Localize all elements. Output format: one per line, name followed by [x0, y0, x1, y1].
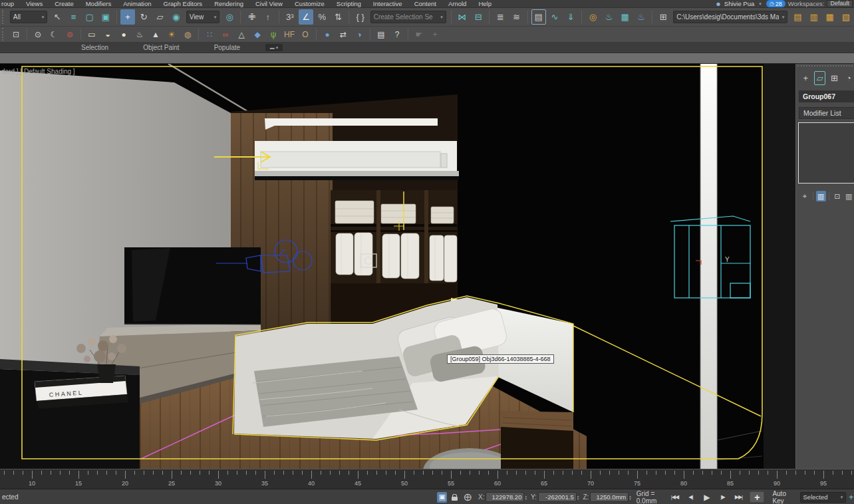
select-object-icon[interactable]: ↖: [50, 9, 65, 25]
menu-help[interactable]: Help: [472, 0, 498, 8]
keyboard-shortcut-override-icon[interactable]: ↑: [261, 9, 275, 25]
project-tool-4-icon[interactable]: ▧: [839, 9, 853, 25]
document-icon[interactable]: ▤: [374, 28, 388, 41]
sun-light-icon[interactable]: ☀: [164, 28, 179, 41]
menu-create[interactable]: Create: [49, 0, 80, 8]
window-crossing-icon[interactable]: ▣: [98, 9, 113, 25]
render-sphere-icon[interactable]: ◑: [352, 28, 366, 41]
absolute-offset-toggle[interactable]: ⨁: [463, 492, 473, 503]
percent-snap-icon[interactable]: %: [315, 9, 329, 25]
select-and-place-icon[interactable]: ◉: [168, 9, 183, 25]
y-coordinate-field[interactable]: -262001.5: [538, 492, 577, 502]
project-tool-1-icon[interactable]: ▤: [790, 9, 805, 25]
user-menu-arrow-icon[interactable]: ▾: [757, 1, 764, 7]
camera-small-icon[interactable]: ⊡: [9, 28, 23, 41]
noise-sphere-icon[interactable]: O: [298, 28, 313, 41]
ribbon-tab-object-paint[interactable]: Object Paint: [126, 44, 196, 51]
edit-named-selection-sets-icon[interactable]: { }: [353, 9, 367, 25]
pin-stack-icon[interactable]: ⌖: [799, 191, 810, 201]
signed-in-user[interactable]: Shivie Pua: [724, 0, 754, 7]
isolate-selection-toggle[interactable]: ▣: [437, 492, 447, 503]
add-icon[interactable]: +: [849, 493, 854, 502]
scene-bench[interactable]: [501, 411, 573, 469]
quad-light-icon[interactable]: ▭: [84, 28, 99, 41]
menu-animation[interactable]: Animation: [117, 0, 157, 8]
grass-icon[interactable]: ψ: [266, 28, 281, 41]
auto-key-button[interactable]: Auto Key: [768, 490, 797, 504]
spinner-snap-icon[interactable]: ⇅: [331, 9, 345, 25]
snaps-toggle-3d-icon[interactable]: 3³: [283, 9, 297, 25]
toolbar-grip[interactable]: [2, 10, 6, 25]
modifier-stack[interactable]: [798, 122, 854, 184]
configure-modifier-sets-icon[interactable]: ▥: [844, 191, 854, 201]
project-tool-3-icon[interactable]: ▦: [823, 9, 837, 25]
play-button[interactable]: ▶: [699, 492, 714, 503]
rendered-frame-window-icon[interactable]: ▦: [618, 9, 633, 25]
next-frame-button[interactable]: |▶: [715, 492, 730, 503]
toolbar-grip[interactable]: [2, 28, 6, 40]
convert-materials-icon[interactable]: ⇄: [336, 28, 351, 41]
previous-frame-button[interactable]: ◀|: [683, 492, 698, 503]
select-and-move-icon[interactable]: +: [120, 9, 135, 25]
layer-explorer-icon[interactable]: ≋: [509, 9, 523, 25]
project-tool-2-icon[interactable]: ▥: [806, 9, 821, 25]
set-keys-button[interactable]: +: [750, 491, 764, 503]
menu-content[interactable]: Content: [408, 0, 442, 8]
go-to-start-button[interactable]: |◀◀: [667, 492, 682, 503]
curve-editor-icon[interactable]: ∿: [547, 9, 562, 25]
object-name-field[interactable]: Group067: [799, 90, 854, 102]
distant-light-icon[interactable]: ▲: [148, 28, 163, 41]
mirror-icon[interactable]: ⋈: [455, 9, 470, 25]
project-folder-dropdown[interactable]: C:\Users\desig\Documents\3ds Max 2020▾: [673, 11, 787, 23]
ribbon-collapse-button[interactable]: ▬ ▾: [265, 44, 283, 51]
schematic-view-icon[interactable]: ⇓: [563, 9, 578, 25]
target-camera-icon[interactable]: ⊚: [63, 28, 77, 41]
z-spinner[interactable]: ▴▾: [629, 495, 631, 500]
menu-rendering[interactable]: Rendering: [208, 0, 249, 8]
physical-camera-icon[interactable]: ⊙: [31, 28, 45, 41]
menu-modifiers[interactable]: Modifiers: [80, 0, 118, 8]
physics-spheres-icon[interactable]: ∞: [218, 28, 233, 41]
notification-badge[interactable]: ◷ 28: [766, 0, 785, 7]
key-filter-dropdown[interactable]: Selected ▾: [800, 492, 847, 503]
procedural-sphere-icon[interactable]: ◆: [250, 28, 265, 41]
material-sphere-icon[interactable]: ●: [320, 28, 335, 41]
make-unique-icon[interactable]: ⊡: [832, 191, 843, 201]
material-editor-icon[interactable]: ◎: [585, 9, 600, 25]
scene-explorer-icon[interactable]: ≣: [493, 9, 507, 25]
track-bar-ruler[interactable]: 101520253035404550556065707580859095: [0, 469, 854, 489]
select-by-name-icon[interactable]: ≡: [66, 9, 80, 25]
menu-roup[interactable]: roup: [0, 0, 20, 8]
x-coordinate-field[interactable]: 122978.20: [486, 492, 524, 502]
select-and-manipulate-icon[interactable]: ✙: [244, 9, 259, 25]
camera-map-icon[interactable]: △: [234, 28, 249, 41]
align-icon[interactable]: ⊟: [471, 9, 486, 25]
select-and-scale-icon[interactable]: ▱: [152, 9, 167, 25]
move-disabled-icon[interactable]: +: [428, 28, 442, 41]
moon-light-icon[interactable]: ☾: [47, 28, 61, 41]
workspace-grid-icon[interactable]: ⊞: [656, 9, 670, 25]
selection-lock-toggle[interactable]: [450, 492, 460, 503]
hair-fur-icon[interactable]: HF: [282, 28, 297, 41]
use-pivot-point-center-icon[interactable]: ◎: [222, 9, 237, 25]
selection-filter-dropdown[interactable]: All▾: [10, 11, 47, 23]
menu-views[interactable]: Views: [20, 0, 49, 8]
go-to-end-button[interactable]: ▶▶|: [731, 492, 746, 503]
photometric-light-icon[interactable]: ◍: [180, 28, 195, 41]
menu-civil-view[interactable]: Civil View: [249, 0, 289, 8]
modify-tab-icon[interactable]: ▱: [814, 71, 825, 85]
menu-interactive[interactable]: Interactive: [367, 0, 408, 8]
particle-points-icon[interactable]: ∷: [202, 28, 217, 41]
create-tab-icon[interactable]: +: [800, 71, 811, 85]
perspective-viewport[interactable]: dard ] [ Default Shading ]: [0, 64, 795, 469]
pan-hand-icon[interactable]: ☛: [412, 28, 426, 41]
menu-scripting[interactable]: Scripting: [331, 0, 367, 8]
remove-modifier-icon[interactable]: ▥: [816, 191, 827, 201]
angle-snap-icon[interactable]: ∠: [299, 9, 313, 25]
hierarchy-tab-icon[interactable]: ⊞: [829, 71, 839, 85]
viewport-shading-label[interactable]: dard ] [ Default Shading ]: [1, 68, 75, 75]
ribbon-toggle-icon[interactable]: ▤: [531, 9, 546, 25]
mesh-light-teapot-icon[interactable]: ♨: [132, 28, 147, 41]
render-production-icon[interactable]: ♨: [634, 9, 648, 25]
scene-shelf-box[interactable]: [255, 141, 459, 180]
